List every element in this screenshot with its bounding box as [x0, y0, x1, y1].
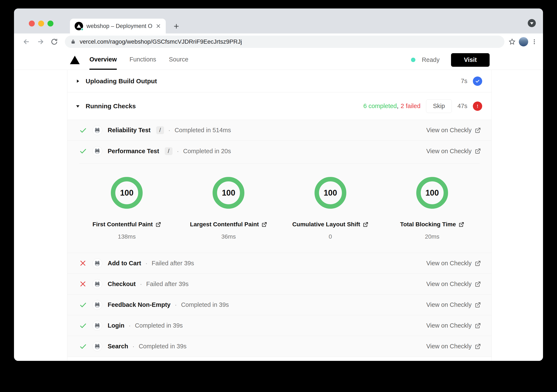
browser-menu-icon[interactable]: [531, 39, 538, 45]
check-name: Search: [108, 343, 128, 350]
check-status: Completed in 39s: [139, 343, 187, 350]
dot-separator: ·: [168, 127, 170, 134]
close-window-button[interactable]: [29, 21, 35, 26]
check-row-login: Login · Completed in 39s View on Checkly: [67, 315, 491, 336]
lock-icon: [70, 39, 76, 44]
view-on-checkly-link[interactable]: View on Checkly: [426, 301, 481, 308]
tab-source[interactable]: Source: [169, 50, 188, 70]
caret-down-icon[interactable]: [75, 103, 81, 109]
check-status: Failed after 39s: [152, 260, 194, 267]
bookmark-star-icon[interactable]: [508, 38, 516, 46]
view-on-checkly-link[interactable]: View on Checkly: [426, 127, 481, 134]
metric-value: 20ms: [425, 233, 439, 240]
summary-separator: ,: [397, 103, 398, 109]
browser-tab-strip: webshop – Deployment Overvi: [14, 8, 543, 33]
check-row-performance-test: Performance Test / · Completed in 20s Vi…: [67, 141, 491, 162]
error-badge-icon: [473, 101, 482, 111]
checkly-raccoon-icon: [92, 300, 102, 310]
checkly-raccoon-icon: [92, 125, 102, 135]
reload-icon[interactable]: [50, 38, 58, 46]
vercel-logo-icon[interactable]: [70, 56, 80, 64]
check-name: Feedback Non-Empty: [108, 301, 171, 308]
new-tab-icon[interactable]: [172, 23, 180, 30]
view-on-checkly-link[interactable]: View on Checkly: [426, 322, 481, 329]
success-check-icon: [79, 343, 87, 350]
failed-summary: 2 failed: [401, 103, 420, 109]
step-uploading-build-output[interactable]: Uploading Build Output 7s: [67, 70, 491, 92]
score-ring: 100: [213, 177, 244, 209]
fail-x-icon: [79, 260, 87, 267]
tab-search-chevron-icon[interactable]: [528, 19, 536, 27]
check-name: Login: [108, 322, 124, 329]
step-running-checks[interactable]: Running Checks 6 completed,2 failed Skip…: [67, 92, 491, 120]
checkly-raccoon-icon: [92, 279, 102, 289]
tab-functions[interactable]: Functions: [130, 50, 156, 70]
vercel-favicon-icon: [75, 22, 83, 30]
metric-cumulative-layout-shift: 100 Cumulative Layout Shift 0: [279, 177, 381, 240]
deployment-tabs: Overview Functions Source: [90, 50, 188, 70]
performance-metrics-section: 100 First Contentful Paint 138ms 100 Lar…: [67, 162, 491, 253]
browser-profile-avatar[interactable]: [519, 37, 528, 46]
view-on-checkly-link[interactable]: View on Checkly: [426, 148, 481, 155]
score-ring: 100: [111, 177, 143, 209]
metric-label-link[interactable]: First Contentful Paint: [92, 221, 161, 228]
view-on-checkly-link[interactable]: View on Checkly: [426, 343, 481, 350]
check-row-reliability-test: Reliability Test / · Completed in 514ms …: [67, 120, 491, 141]
score-value: 100: [324, 188, 337, 197]
check-status: Completed in 39s: [181, 301, 229, 308]
success-check-icon: [79, 126, 87, 134]
score-value: 100: [222, 188, 235, 197]
check-name: Checkout: [108, 281, 136, 287]
view-on-checkly-link[interactable]: View on Checkly: [426, 281, 481, 287]
check-name: Reliability Test: [108, 127, 151, 134]
caret-right-icon[interactable]: [75, 78, 81, 84]
step-label: Uploading Build Output: [86, 78, 157, 85]
metric-first-contentful-paint: 100 First Contentful Paint 138ms: [76, 177, 178, 240]
browser-tab[interactable]: webshop – Deployment Overvi: [70, 19, 166, 33]
forward-icon[interactable]: [36, 38, 44, 46]
skip-button[interactable]: Skip: [426, 99, 452, 113]
minimize-window-button[interactable]: [38, 21, 44, 26]
checkly-raccoon-icon: [92, 259, 102, 268]
view-on-checkly-link[interactable]: View on Checkly: [426, 260, 481, 267]
dot-separator: ·: [177, 148, 179, 155]
metric-label-link[interactable]: Largest Contentful Paint: [190, 221, 267, 228]
metric-label-link[interactable]: Cumulative Layout Shift: [292, 221, 368, 228]
checkly-raccoon-icon: [92, 342, 102, 351]
success-check-icon: [79, 322, 87, 329]
check-status: Failed after 39s: [146, 281, 189, 287]
visit-button[interactable]: Visit: [451, 53, 490, 67]
check-row-checkout: Checkout · Failed after 39s View on Chec…: [67, 274, 491, 294]
browser-toolbar: vercel.com/ragog/webshop/GSCfsmcVJDRriF9…: [14, 33, 543, 50]
check-status: Completed in 514ms: [175, 127, 231, 134]
build-steps-panel: Uploading Build Output 7s Running Checks…: [67, 70, 492, 361]
metric-label-link[interactable]: Total Blocking Time: [400, 221, 464, 228]
score-ring: 100: [315, 177, 346, 209]
tab-title: webshop – Deployment Overvi: [86, 23, 152, 29]
dot-separator: ·: [132, 343, 135, 350]
dot-separator: ·: [175, 301, 177, 308]
check-status: Completed in 20s: [183, 148, 231, 155]
deployment-status-label: Ready: [422, 56, 440, 63]
success-check-icon: [79, 301, 87, 309]
maximize-window-button[interactable]: [48, 21, 53, 26]
browser-window: webshop – Deployment Overvi vercel.com/r…: [14, 8, 543, 361]
window-controls: [29, 21, 53, 26]
metric-total-blocking-time: 100 Total Blocking Time 20ms: [381, 177, 483, 240]
check-status: Completed in 39s: [135, 322, 183, 329]
dot-separator: ·: [129, 322, 131, 329]
url-text: vercel.com/ragog/webshop/GSCfsmcVJDRriF9…: [80, 38, 242, 45]
success-badge-icon: [473, 76, 482, 86]
tab-overview[interactable]: Overview: [90, 50, 117, 70]
url-bar[interactable]: vercel.com/ragog/webshop/GSCfsmcVJDRriF9…: [65, 36, 504, 48]
step-duration: 7s: [461, 78, 467, 85]
close-tab-icon[interactable]: [156, 23, 161, 29]
success-check-icon: [79, 147, 87, 155]
back-icon[interactable]: [23, 38, 31, 46]
check-row-add-to-cart: Add to Cart · Failed after 39s View on C…: [67, 253, 491, 274]
completed-summary: 6 completed: [363, 103, 397, 109]
check-path-badge: /: [165, 147, 173, 155]
score-value: 100: [425, 188, 439, 197]
fail-x-icon: [79, 280, 87, 288]
dot-separator: ·: [145, 260, 147, 267]
